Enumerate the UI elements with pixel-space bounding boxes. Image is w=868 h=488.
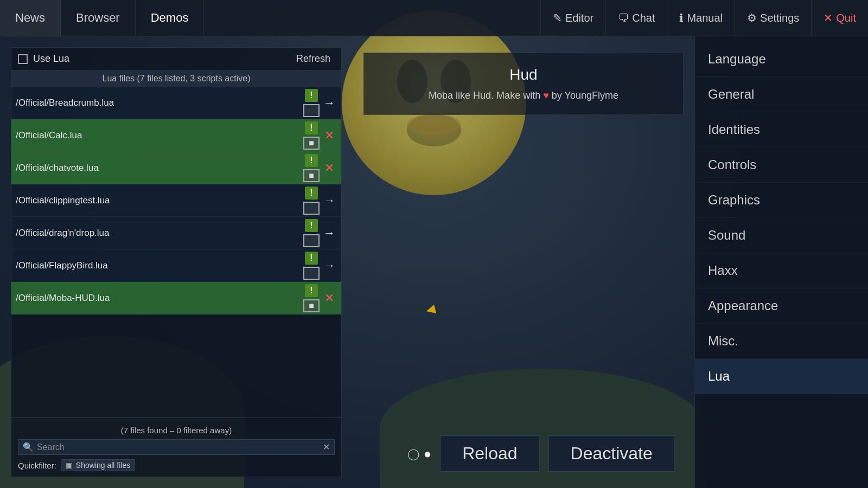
sidebar-item-identities[interactable]: Identities [695,112,868,147]
hud-panel: Hud Moba like Hud. Make with ♥ by YoungF… [363,53,684,115]
exclaim-button[interactable]: ! [305,154,318,167]
spinner-circle-icon: ◯ [407,447,419,460]
sidebar-item-controls[interactable]: Controls [695,147,868,183]
nav-settings[interactable]: ⚙ Settings [735,0,811,36]
search-input[interactable] [37,442,320,452]
close-icon: ✕ [824,11,833,24]
files-info-bar: Lua files (7 files listed, 3 scripts act… [11,70,341,87]
file-name: /Official/Moba-HUD.lua [16,293,299,304]
spinner-icons: ◯ ● [407,446,432,461]
sidebar-item-sound[interactable]: Sound [695,218,868,253]
arrow-button[interactable]: → [322,226,337,241]
nav-demos[interactable]: Demos [136,0,205,36]
deactivate-button[interactable]: Deactivate [548,435,675,472]
pencil-icon: ✎ [553,11,562,24]
spinner-dot-icon: ● [424,446,432,461]
checkbox-btn[interactable]: ■ [303,169,320,182]
arrow-button[interactable]: → [322,95,337,111]
hud-title: Hud [380,66,667,84]
search-row: 🔍 ✕ [18,439,335,455]
file-name: /Official/Calc.lua [16,130,299,141]
right-sidebar: Language General Identities Controls Gra… [694,36,868,488]
exclaim-button[interactable]: ! [305,187,318,200]
file-name: /Official/drag'n'drop.lua [16,228,299,239]
exclaim-button[interactable]: ! [305,219,318,232]
close-button[interactable]: ✕ [322,160,337,176]
exclaim-button[interactable]: ! [305,252,318,265]
chat-icon: 🗨 [618,12,629,24]
quickfilter-row: Quickfilter: ▣ Showing all files [18,459,335,471]
main-area: Use Lua Refresh Lua files (7 files liste… [0,36,868,488]
exclaim-button[interactable]: ! [305,89,318,102]
gear-icon: ⚙ [747,11,757,24]
topbar-right: ✎ Editor 🗨 Chat ℹ Manual ⚙ Settings ✕ Qu… [540,0,868,36]
close-button[interactable]: ✕ [322,128,337,143]
reload-button[interactable]: Reload [440,435,539,472]
exclaim-button[interactable]: ! [305,284,318,297]
file-controls: ! [303,252,320,280]
nav-editor[interactable]: ✎ Editor [540,0,605,36]
heart-icon: ♥ [543,90,549,101]
bottom-controls: ◯ ● Reload Deactivate [407,435,675,472]
arrow-button[interactable]: → [322,258,337,273]
file-controls: ! [303,219,320,247]
files-found-bar: (7 files found – 0 filtered away) [18,423,335,439]
center-area: Hud Moba like Hud. Make with ♥ by YoungF… [353,36,694,488]
list-item: /Official/drag'n'drop.lua ! → [11,217,341,249]
checkbox-btn[interactable]: ■ [303,299,320,312]
file-name: /Official/Breadcrumb.lua [16,98,299,108]
sidebar-item-general[interactable]: General [695,77,868,112]
topbar: News Browser Demos ✎ Editor 🗨 Chat ℹ Man… [0,0,868,36]
file-controls: ! [303,89,320,117]
nav-chat[interactable]: 🗨 Chat [605,0,667,36]
use-lua-label: Use Lua [33,53,286,65]
quickfilter-badge[interactable]: ▣ Showing all files [61,459,135,471]
sidebar-item-graphics[interactable]: Graphics [695,183,868,218]
nav-manual[interactable]: ℹ Manual [667,0,735,36]
filter-icon: ▣ [66,461,73,470]
sidebar-item-appearance[interactable]: Appearance [695,288,868,324]
arrow-button[interactable]: → [322,193,337,208]
file-list: /Official/Breadcrumb.lua ! → /Official/C… [11,87,341,418]
search-clear-button[interactable]: ✕ [323,442,330,452]
checkbox-btn[interactable] [303,234,320,247]
left-panel: Use Lua Refresh Lua files (7 files liste… [0,36,353,488]
exclaim-button[interactable]: ! [305,121,318,134]
list-item: /Official/clippingtest.lua ! → [11,184,341,217]
close-button[interactable]: ✕ [322,291,337,306]
filter-area: (7 files found – 0 filtered away) 🔍 ✕ Qu… [11,418,342,477]
nav-news[interactable]: News [0,0,61,36]
lua-panel-header: Use Lua Refresh [11,48,341,70]
file-name: /Official/chatvote.lua [16,163,299,174]
search-icon: 🔍 [23,442,34,452]
checkbox-btn[interactable] [303,202,320,215]
quickfilter-value: Showing all files [76,461,130,470]
list-item: /Official/Moba-HUD.lua ! ■ ✕ [11,282,341,314]
list-item: /Official/FlappyBird.lua ! → [11,249,341,282]
refresh-button[interactable]: Refresh [292,52,335,66]
lua-panel: Use Lua Refresh Lua files (7 files liste… [11,47,342,418]
list-item: /Official/chatvote.lua ! ■ ✕ [11,152,341,184]
file-name: /Official/FlappyBird.lua [16,260,299,271]
list-item: /Official/Breadcrumb.lua ! → [11,87,341,119]
use-lua-checkbox[interactable] [18,54,28,64]
checkbox-btn[interactable] [303,104,320,117]
sidebar-item-lua[interactable]: Lua [695,359,868,394]
file-controls: ! ■ [303,284,320,312]
sidebar-item-language[interactable]: Language [695,42,868,77]
hud-description: Moba like Hud. Make with ♥ by YoungFlyme [380,90,667,101]
nav-browser[interactable]: Browser [61,0,136,36]
sidebar-item-misc[interactable]: Misc. [695,324,868,359]
nav-quit[interactable]: ✕ Quit [811,0,868,36]
info-icon: ℹ [679,11,684,24]
sidebar-item-haxx[interactable]: Haxx [695,253,868,288]
file-controls: ! [303,187,320,215]
quickfilter-label: Quickfilter: [18,461,56,470]
file-name: /Official/clippingtest.lua [16,195,299,206]
file-controls: ! ■ [303,121,320,150]
checkbox-btn[interactable] [303,267,320,280]
checkbox-btn[interactable]: ■ [303,137,320,150]
file-controls: ! ■ [303,154,320,182]
list-item: /Official/Calc.lua ! ■ ✕ [11,119,341,152]
